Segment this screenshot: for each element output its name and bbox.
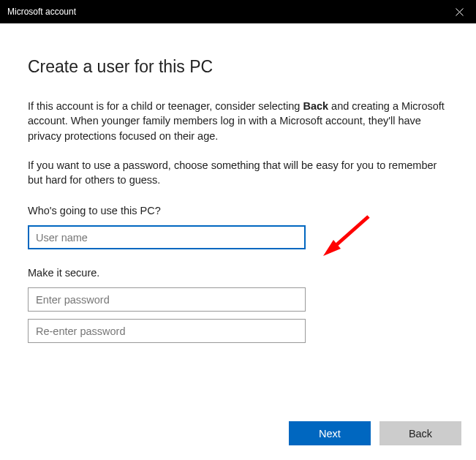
- annotation-arrow-icon: [313, 212, 379, 263]
- next-button[interactable]: Next: [289, 421, 371, 445]
- close-icon: [456, 8, 464, 16]
- titlebar: Microsoft account: [0, 0, 476, 23]
- dialog-content: Create a user for this PC If this accoun…: [0, 23, 476, 460]
- password-hint-text: If you want to use a password, choose so…: [28, 158, 448, 188]
- password-input[interactable]: [28, 287, 306, 312]
- page-title: Create a user for this PC: [28, 57, 448, 77]
- close-button[interactable]: [442, 0, 476, 23]
- username-input[interactable]: [28, 225, 306, 249]
- confirm-password-input[interactable]: [28, 319, 306, 343]
- svg-line-2: [330, 216, 369, 250]
- username-label: Who's going to use this PC?: [28, 205, 448, 216]
- footer-buttons: Next Back: [289, 421, 461, 445]
- svg-marker-3: [323, 240, 341, 256]
- secure-label: Make it secure.: [28, 267, 448, 279]
- back-button[interactable]: Back: [379, 421, 461, 445]
- window-title: Microsoft account: [7, 7, 76, 17]
- intro-text: If this account is for a child or teenag…: [28, 99, 448, 143]
